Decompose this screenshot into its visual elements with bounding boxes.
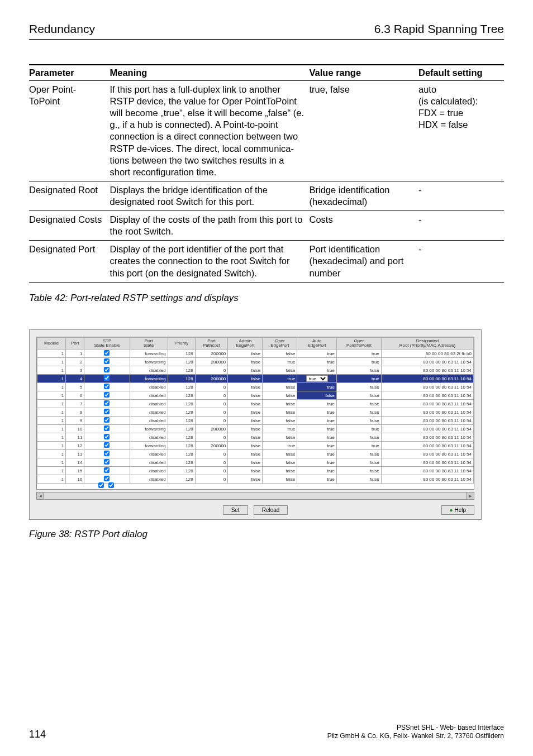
column-header: Module bbox=[37, 337, 66, 350]
table-cell: disabled bbox=[130, 400, 168, 408]
stp-enable-checkbox[interactable] bbox=[104, 417, 110, 423]
enable-cell bbox=[84, 366, 130, 375]
stp-enable-checkbox[interactable] bbox=[104, 367, 110, 372]
table-cell: 1 bbox=[37, 458, 66, 467]
table-cell: disabled bbox=[130, 383, 168, 391]
table-row[interactable]: 15disabled1280falsefalsetruefalse80 00 0… bbox=[37, 383, 474, 391]
footer-product: PSSnet SHL - Web- based Interface bbox=[327, 724, 504, 732]
table-cell: 200000 bbox=[195, 425, 228, 433]
table-cell: - bbox=[418, 211, 504, 241]
table-cell: false bbox=[337, 433, 382, 442]
stp-enable-checkbox[interactable] bbox=[104, 442, 110, 448]
stp-enable-checkbox[interactable] bbox=[104, 459, 110, 465]
table-cell: false bbox=[263, 450, 297, 458]
stray-checkboxes bbox=[37, 484, 474, 489]
table-cell: 80 00 00 80 63 2f fb b0 bbox=[381, 350, 473, 358]
stray-checkbox[interactable] bbox=[108, 482, 114, 488]
table-cell: 80 00 00 80 63 11 10 54 bbox=[381, 408, 473, 417]
help-label: Help bbox=[454, 507, 466, 513]
header-rule bbox=[29, 39, 504, 40]
stp-enable-checkbox[interactable] bbox=[104, 384, 110, 389]
table-cell: 1 bbox=[37, 391, 66, 400]
table-cell: 128 bbox=[168, 408, 195, 417]
table-cell: false bbox=[337, 467, 382, 475]
table-row[interactable]: 14forwarding128200000falsetruetruefalset… bbox=[37, 375, 474, 383]
table-cell: 80 00 00 80 63 11 10 54 bbox=[381, 383, 473, 391]
stp-enable-checkbox[interactable] bbox=[104, 392, 110, 398]
table-cell: false bbox=[337, 408, 382, 417]
table-row[interactable]: 19disabled1280falsefalsetruefalse80 00 0… bbox=[37, 417, 474, 425]
table-cell: false bbox=[228, 350, 263, 358]
table-cell: false bbox=[228, 366, 263, 375]
table-cell: If this port has a full-duplex link to a… bbox=[110, 81, 310, 181]
reload-button[interactable]: Reload bbox=[254, 505, 288, 515]
table-cell: false bbox=[228, 458, 263, 467]
table-row[interactable]: 114disabled1280falsefalsetruefalse80 00 … bbox=[37, 458, 474, 467]
table-cell: 9 bbox=[66, 417, 84, 425]
help-button[interactable]: ● Help bbox=[441, 505, 474, 515]
table-cell: 1 bbox=[37, 450, 66, 458]
header-left: Redundancy bbox=[29, 22, 95, 36]
horizontal-scrollbar[interactable]: ◂ ▸ bbox=[36, 492, 474, 500]
auto-edgeport-select[interactable]: truefalse bbox=[306, 375, 328, 382]
table-cell: false bbox=[228, 400, 263, 408]
table-row[interactable]: 115disabled1280falsefalsetruefalse80 00 … bbox=[37, 467, 474, 475]
scroll-left-icon[interactable]: ◂ bbox=[36, 492, 44, 500]
figure-caption: Figure 38: RSTP Port dialog bbox=[29, 529, 504, 540]
table-cell: disabled bbox=[130, 366, 168, 375]
stp-enable-checkbox[interactable] bbox=[104, 409, 110, 414]
table-cell: 5 bbox=[66, 383, 84, 391]
table-cell: 80 00 00 80 63 11 10 54 bbox=[381, 475, 473, 484]
stp-enable-checkbox[interactable] bbox=[104, 375, 110, 381]
table-row[interactable]: 17disabled1280falsefalsetruefalse80 00 0… bbox=[37, 400, 474, 408]
table-cell: false bbox=[337, 391, 382, 400]
table-cell: false bbox=[228, 475, 263, 484]
table-row[interactable]: 12forwarding128200000falsetruetruetrue80… bbox=[37, 358, 474, 366]
table-cell: false bbox=[228, 417, 263, 425]
table-cell: 1 bbox=[37, 366, 66, 375]
table-cell: true bbox=[297, 467, 337, 475]
table-cell: 128 bbox=[168, 425, 195, 433]
stp-enable-checkbox[interactable] bbox=[104, 451, 110, 456]
table-cell: true bbox=[263, 375, 297, 383]
table-cell: true, false bbox=[310, 81, 419, 181]
table-row[interactable]: 111disabled1280falsefalsetruefalse80 00 … bbox=[37, 433, 474, 442]
table-cell: false bbox=[263, 467, 297, 475]
table-cell: - bbox=[418, 241, 504, 282]
table-row[interactable]: 113disabled1280falsefalsetruefalse80 00 … bbox=[37, 450, 474, 458]
column-header: Port bbox=[66, 337, 84, 350]
stp-enable-checkbox[interactable] bbox=[104, 467, 110, 473]
table-cell: disabled bbox=[130, 450, 168, 458]
stp-enable-checkbox[interactable] bbox=[104, 476, 110, 481]
parameter-table: Parameter Meaning Value range Default se… bbox=[29, 64, 504, 283]
stp-enable-checkbox[interactable] bbox=[104, 400, 110, 406]
table-cell: false bbox=[228, 375, 263, 383]
table-cell: true bbox=[263, 425, 297, 433]
stray-checkbox[interactable] bbox=[98, 482, 104, 488]
table-cell: 1 bbox=[37, 350, 66, 358]
table-row[interactable]: 13disabled1280falsefalsetruefalse80 00 0… bbox=[37, 366, 474, 375]
column-header: OperEdgePort bbox=[263, 337, 297, 350]
table-cell: 0 bbox=[195, 366, 228, 375]
stp-enable-checkbox[interactable] bbox=[104, 358, 110, 364]
table-cell: disabled bbox=[130, 417, 168, 425]
column-header: OperPointToPoint bbox=[337, 337, 382, 350]
table-row[interactable]: 110forwarding128200000falsetruetruetrue8… bbox=[37, 425, 474, 433]
table-cell: 1 bbox=[37, 433, 66, 442]
set-button[interactable]: Set bbox=[223, 505, 248, 515]
table-cell: false bbox=[228, 450, 263, 458]
scroll-track[interactable] bbox=[44, 492, 467, 500]
table-row[interactable]: 16disabled1280falsefalsefalsefalse80 00 … bbox=[37, 391, 474, 400]
table-cell: forwarding bbox=[130, 375, 168, 383]
scroll-right-icon[interactable]: ▸ bbox=[467, 492, 474, 500]
table-cell: 1 bbox=[37, 408, 66, 417]
table-cell: Designated Costs bbox=[29, 211, 110, 241]
stp-enable-checkbox[interactable] bbox=[104, 434, 110, 439]
table-cell: false bbox=[337, 450, 382, 458]
stp-enable-checkbox[interactable] bbox=[104, 350, 110, 356]
table-row[interactable]: 112forwarding128200000falsetruetruetrue8… bbox=[37, 442, 474, 450]
stp-enable-checkbox[interactable] bbox=[104, 425, 110, 431]
table-cell: false bbox=[263, 366, 297, 375]
table-row[interactable]: 11forwarding128200000falsefalsetruetrue8… bbox=[37, 350, 474, 358]
table-row[interactable]: 18disabled1280falsefalsetruefalse80 00 0… bbox=[37, 408, 474, 417]
